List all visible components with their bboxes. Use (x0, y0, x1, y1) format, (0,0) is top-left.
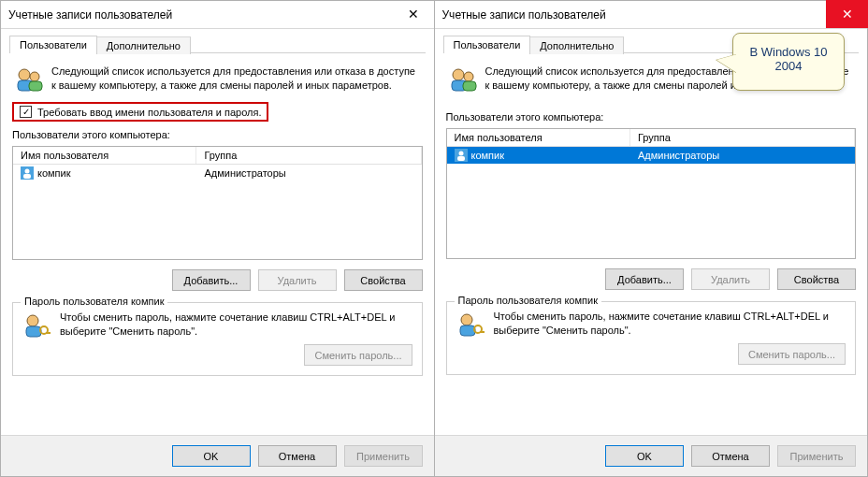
apply-button[interactable]: Применить (777, 445, 856, 467)
ok-button[interactable]: OK (172, 445, 251, 467)
tab-users[interactable]: Пользователи (9, 36, 97, 53)
users-icon (14, 65, 44, 94)
svg-point-18 (461, 314, 472, 325)
svg-rect-19 (460, 325, 475, 336)
close-icon[interactable]: ✕ (393, 0, 435, 28)
checkbox-icon: ✓ (20, 106, 32, 118)
add-user-button[interactable]: Добавить... (172, 269, 251, 291)
window-title: Учетные записи пользователей (8, 8, 393, 22)
password-group-legend: Пароль пользователя компик (21, 296, 167, 307)
window-title: Учетные записи пользователей (442, 8, 827, 22)
password-groupbox: Пароль пользователя компик Чтобы сменить… (12, 302, 423, 376)
group-cell: Администраторы (630, 149, 855, 162)
svg-point-5 (25, 169, 30, 174)
tab-advanced[interactable]: Дополнительно (96, 36, 191, 54)
user-accounts-window-right: Учетные записи пользователей ✕ Пользоват… (435, 0, 869, 477)
intro-text: Следующий список используется для предос… (51, 65, 421, 94)
tab-advanced[interactable]: Дополнительно (529, 36, 624, 54)
group-cell: Администраторы (196, 166, 421, 180)
listview-header[interactable]: Имя пользователя Группа (13, 147, 422, 165)
list-buttons: Добавить... Удалить Свойства (446, 268, 857, 290)
users-listview[interactable]: Имя пользователя Группа компик Администр… (12, 146, 423, 260)
svg-rect-21 (480, 331, 485, 333)
change-password-button[interactable]: Сменить пароль... (738, 343, 846, 365)
username-cell: компик (37, 167, 71, 179)
svg-point-11 (453, 69, 464, 80)
svg-rect-17 (457, 156, 465, 161)
tab-users[interactable]: Пользователи (443, 36, 531, 53)
cancel-button[interactable]: Отмена (691, 445, 770, 467)
password-hint-text: Чтобы сменить пароль, нажмите сочетание … (60, 311, 412, 339)
require-credentials-checkbox[interactable]: ✓ Требовать ввод имени пользователя и па… (12, 102, 268, 122)
password-hint-text: Чтобы сменить пароль, нажмите сочетание … (494, 310, 846, 338)
callout-tail-icon (716, 54, 737, 73)
intro-block: Следующий список используется для предос… (12, 59, 423, 96)
svg-rect-3 (29, 81, 42, 91)
change-password-button[interactable]: Сменить пароль... (304, 344, 412, 366)
require-credentials-label: Требовать ввод имени пользователя и паро… (37, 107, 261, 118)
users-icon (448, 65, 478, 94)
properties-button[interactable]: Свойства (344, 269, 423, 291)
remove-user-button[interactable]: Удалить (691, 268, 770, 290)
add-user-button[interactable]: Добавить... (605, 268, 684, 290)
remove-user-button[interactable]: Удалить (258, 269, 337, 291)
svg-point-16 (458, 152, 463, 156)
dialog-footer: OK Отмена Применить (1, 435, 434, 476)
user-icon (21, 166, 34, 180)
titlebar[interactable]: Учетные записи пользователей ✕ (1, 1, 434, 29)
svg-point-0 (19, 69, 30, 80)
column-username[interactable]: Имя пользователя (13, 147, 196, 164)
svg-rect-14 (463, 81, 476, 91)
cancel-button[interactable]: Отмена (258, 445, 337, 467)
dialog-footer: OK Отмена Применить (435, 435, 868, 476)
ok-button[interactable]: OK (605, 445, 684, 467)
column-group[interactable]: Группа (196, 147, 421, 164)
key-user-icon (22, 311, 52, 340)
users-list-label: Пользователи этого компьютера: (12, 129, 423, 140)
svg-point-13 (464, 72, 473, 81)
list-item[interactable]: компик Администраторы (13, 165, 422, 181)
svg-rect-8 (26, 326, 41, 337)
svg-point-2 (30, 72, 39, 81)
svg-point-7 (27, 315, 38, 326)
annotation-callout: В Windows 10 2004 (732, 33, 845, 91)
apply-button[interactable]: Применить (344, 445, 423, 467)
list-buttons: Добавить... Удалить Свойства (12, 269, 423, 291)
username-cell: компик (471, 150, 505, 161)
column-group[interactable]: Группа (630, 129, 855, 146)
user-icon (455, 149, 468, 162)
user-accounts-window-left: Учетные записи пользователей ✕ Пользоват… (0, 0, 435, 477)
callout-text: В Windows 10 2004 (749, 45, 827, 73)
password-group-legend: Пароль пользователя компик (455, 295, 601, 306)
password-groupbox: Пароль пользователя компик Чтобы сменить… (446, 301, 857, 375)
titlebar[interactable]: Учетные записи пользователей ✕ (435, 1, 868, 29)
users-list-label: Пользователи этого компьютера: (446, 111, 857, 123)
key-user-icon (456, 310, 486, 340)
column-username[interactable]: Имя пользователя (447, 129, 630, 146)
svg-rect-10 (46, 332, 51, 334)
users-listview[interactable]: Имя пользователя Группа компик Администр… (446, 128, 857, 259)
close-icon[interactable]: ✕ (826, 0, 868, 28)
svg-rect-6 (23, 174, 31, 179)
listview-header[interactable]: Имя пользователя Группа (447, 129, 856, 147)
list-item[interactable]: компик Администраторы (447, 147, 856, 164)
tab-strip: Пользователи Дополнительно (9, 35, 426, 53)
properties-button[interactable]: Свойства (777, 268, 856, 290)
